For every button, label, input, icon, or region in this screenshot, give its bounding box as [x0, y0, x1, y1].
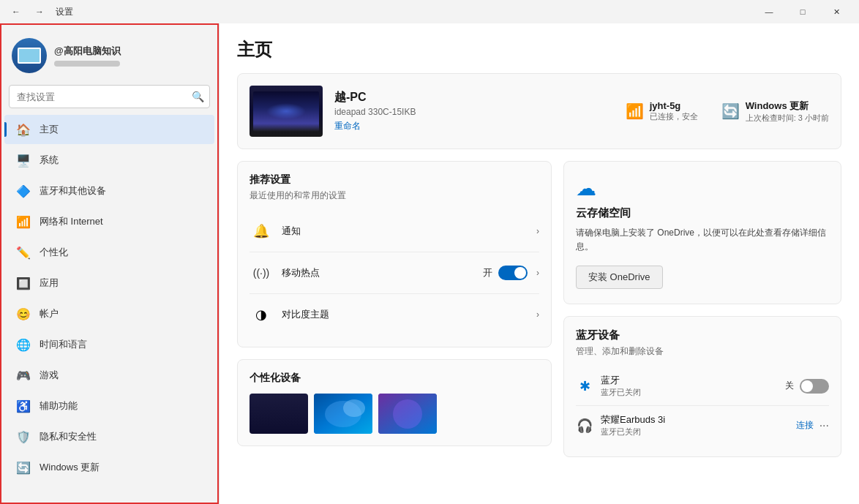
apps-icon: 🔲	[16, 276, 31, 290]
contrast-label: 对比度主题	[282, 308, 528, 321]
sidebar-item-apps[interactable]: 🔲 应用	[4, 268, 214, 298]
home-icon: 🏠	[16, 122, 31, 137]
sidebar-item-network[interactable]: 📶 网络和 Internet	[4, 207, 214, 236]
profile-bar	[54, 61, 120, 67]
wifi-text: jyht-5g 已连接，安全	[650, 100, 698, 122]
sidebar-item-personalization[interactable]: ✏️ 个性化	[4, 238, 214, 267]
sidebar-label-privacy: 隐私和安全性	[40, 430, 97, 443]
earbuds-icon: 🎧	[576, 418, 593, 434]
hotspot-toggle[interactable]	[498, 266, 528, 280]
contrast-row[interactable]: ◑ 对比度主题 ›	[250, 294, 539, 335]
personalization-images	[250, 394, 539, 434]
sidebar-label-update: Windows 更新	[40, 461, 100, 474]
sidebar-item-accessibility[interactable]: ♿ 辅助功能	[4, 391, 214, 421]
cloud-description: 请确保电脑上安装了 OneDrive，以便可以在此处查看存储详细信息。	[576, 226, 829, 254]
sidebar-label-network: 网络和 Internet	[40, 215, 103, 228]
bt-device-info-2: 荣耀Earbuds 3i 蓝牙已关闭	[601, 413, 789, 437]
profile-info: @高阳电脑知识	[54, 45, 121, 67]
update-text: Windows 更新 上次检查时间: 3 小时前	[746, 99, 829, 124]
hotspot-chevron-icon: ›	[536, 268, 539, 278]
bluetooth-devices-card: 蓝牙设备 管理、添加和删除设备 ✱ 蓝牙 蓝牙已关闭 关	[563, 316, 841, 457]
sidebar-item-gaming[interactable]: 🎮 游戏	[4, 361, 214, 390]
notification-icon: 🔔	[250, 219, 273, 243]
pc-rename-link[interactable]: 重命名	[334, 121, 361, 131]
hotspot-row[interactable]: ((·)) 移动热点 开 ›	[250, 252, 539, 294]
sidebar-label-home: 主页	[40, 123, 59, 136]
avatar	[12, 38, 47, 73]
sidebar-item-bluetooth[interactable]: 🔷 蓝牙和其他设备	[4, 176, 214, 206]
profile-name: @高阳电脑知识	[54, 45, 121, 58]
wifi-status-text: 已连接，安全	[650, 111, 698, 122]
wallpaper-purple-svg	[378, 394, 437, 434]
avatar-inner	[12, 38, 47, 73]
forward-button[interactable]: →	[29, 1, 50, 22]
sidebar-item-windows-update[interactable]: 🔄 Windows 更新	[4, 453, 214, 482]
earbuds-row[interactable]: 🎧 荣耀Earbuds 3i 蓝牙已关闭 连接 ···	[576, 406, 829, 445]
nav-buttons: ← →	[6, 1, 50, 22]
cloud-icon-wrap: ☁	[576, 176, 829, 200]
wallpaper-purple[interactable]	[378, 394, 437, 434]
pc-screen-visual	[253, 91, 319, 132]
bt-device-status-2: 蓝牙已关闭	[601, 426, 789, 437]
wallpaper-dark[interactable]	[250, 394, 308, 434]
sidebar-profile[interactable]: @高阳电脑知识	[0, 29, 219, 82]
bt-device-status-1: 蓝牙已关闭	[601, 387, 778, 398]
bluetooth-toggle-row[interactable]: ✱ 蓝牙 蓝牙已关闭 关	[576, 366, 829, 406]
main-panel: 主页 越-PC ideapad 330C-15IKB 重命名 📶	[220, 23, 859, 504]
sidebar-item-system[interactable]: 🖥️ 系统	[4, 146, 214, 175]
pc-image	[250, 86, 323, 137]
search-input[interactable]	[9, 85, 210, 108]
pc-name: 越-PC	[334, 90, 614, 105]
svg-point-4	[393, 399, 422, 429]
sidebar-item-privacy[interactable]: 🛡️ 隐私和安全性	[4, 422, 214, 451]
minimize-button[interactable]: —	[752, 0, 786, 23]
recommended-subtitle: 最近使用的和常用的设置	[250, 189, 539, 202]
accessibility-icon: ♿	[16, 399, 31, 413]
page-title: 主页	[237, 38, 841, 61]
cloud-storage-card: ☁ 云存储空间 请确保电脑上安装了 OneDrive，以便可以在此处查看存储详细…	[563, 161, 841, 304]
gaming-icon: 🎮	[16, 368, 31, 383]
svg-point-2	[343, 399, 365, 417]
pc-model: ideapad 330C-15IKB	[334, 107, 614, 117]
personalization-icon: ✏️	[16, 245, 31, 260]
bt-device-info-1: 蓝牙 蓝牙已关闭	[601, 374, 778, 398]
window-controls: — □ ✕	[752, 0, 853, 23]
recommended-settings-card: 推荐设置 最近使用的和常用的设置 🔔 通知 › ((·)) 移动热点	[237, 161, 552, 347]
update-status-icon: 🔄	[721, 102, 740, 120]
notification-label: 通知	[282, 225, 528, 238]
title-bar-left: ← → 设置	[6, 1, 746, 22]
pc-status-area: 📶 jyht-5g 已连接，安全 🔄 Windows 更新 上次检查时间: 3 …	[626, 99, 829, 124]
sidebar-label-accessibility: 辅助功能	[40, 399, 78, 413]
bluetooth-toggle[interactable]	[800, 379, 829, 394]
back-button[interactable]: ←	[6, 1, 26, 22]
privacy-icon: 🛡️	[16, 429, 31, 444]
sidebar-label-accounts: 帐户	[40, 307, 59, 320]
more-options-button[interactable]: ···	[819, 419, 829, 432]
update-status[interactable]: 🔄 Windows 更新 上次检查时间: 3 小时前	[721, 99, 829, 124]
left-column: 推荐设置 最近使用的和常用的设置 🔔 通知 › ((·)) 移动热点	[237, 161, 552, 457]
sidebar-label-system: 系统	[40, 154, 59, 167]
sidebar-item-time[interactable]: 🌐 时间和语言	[4, 330, 214, 359]
pc-screen-glow	[266, 103, 306, 119]
contrast-chevron-icon: ›	[536, 309, 539, 320]
close-button[interactable]: ✕	[819, 0, 853, 23]
sidebar-item-accounts[interactable]: 😊 帐户	[4, 299, 214, 328]
bluetooth-icon: 🔷	[16, 184, 31, 198]
wifi-status[interactable]: 📶 jyht-5g 已连接，安全	[626, 100, 698, 122]
maximize-button[interactable]: □	[786, 0, 819, 23]
sidebar-item-home[interactable]: 🏠 主页	[4, 115, 214, 144]
earbuds-actions: 连接 ···	[796, 419, 829, 432]
wifi-icon: 📶	[626, 102, 644, 120]
install-onedrive-button[interactable]: 安装 OneDrive	[576, 266, 663, 289]
window-title: 设置	[56, 6, 73, 18]
wallpaper-blue[interactable]	[314, 394, 372, 434]
connect-button[interactable]: 连接	[796, 419, 814, 432]
bt-toggle-label: 关	[785, 380, 794, 392]
pc-info-card: 越-PC ideapad 330C-15IKB 重命名 📶 jyht-5g 已连…	[237, 73, 841, 149]
wallpaper-blue-svg	[314, 394, 372, 434]
notification-row[interactable]: 🔔 通知 ›	[250, 211, 539, 252]
update-time: 上次检查时间: 3 小时前	[746, 113, 829, 124]
personalization-card: 个性化设备	[237, 359, 552, 446]
settings-window: ← → 设置 — □ ✕ @高阳电脑知识	[0, 0, 859, 504]
cloud-title: 云存储空间	[576, 206, 829, 220]
